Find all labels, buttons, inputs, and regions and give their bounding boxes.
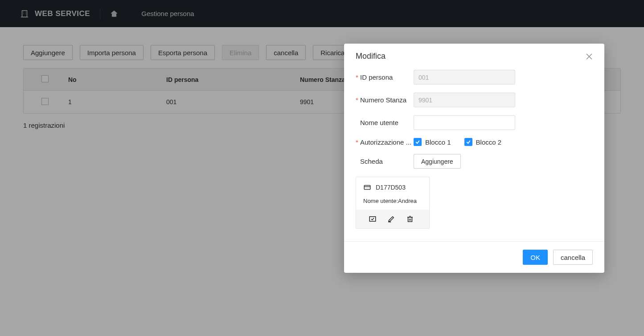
card-icon bbox=[363, 183, 371, 191]
block1-checkbox[interactable]: Blocco 1 bbox=[414, 138, 451, 146]
close-icon[interactable] bbox=[586, 53, 593, 60]
modal-cancel-button[interactable]: cancella bbox=[553, 250, 593, 265]
add-card-button[interactable]: Aggiungere bbox=[414, 154, 461, 169]
modal-title: Modifica bbox=[356, 52, 386, 61]
check-action-icon[interactable] bbox=[369, 215, 377, 223]
room-number-input bbox=[414, 93, 515, 107]
ok-button[interactable]: OK bbox=[523, 250, 548, 265]
card-user-line: Nome utente:Andrea bbox=[363, 198, 422, 204]
svg-rect-12 bbox=[364, 186, 370, 190]
block2-label: Blocco 2 bbox=[476, 138, 502, 146]
edit-icon[interactable] bbox=[387, 215, 395, 223]
card-item: D177D503 Nome utente:Andrea bbox=[356, 177, 430, 229]
id-persona-input bbox=[414, 70, 515, 85]
svg-rect-14 bbox=[369, 217, 376, 222]
username-label: Nome utente bbox=[356, 119, 414, 126]
block2-checkbox[interactable]: Blocco 2 bbox=[464, 138, 502, 146]
checkbox-checked-icon bbox=[414, 138, 422, 146]
edit-modal: Modifica ID persona Numero Stanza Nome u… bbox=[344, 44, 604, 273]
block1-label: Blocco 1 bbox=[425, 138, 451, 146]
card-code: D177D503 bbox=[376, 184, 406, 191]
authorization-label: Autorizzazione ... bbox=[356, 138, 414, 146]
username-input[interactable] bbox=[414, 115, 515, 130]
room-number-label: Numero Stanza bbox=[356, 96, 414, 104]
card-section-label: Scheda bbox=[356, 158, 414, 165]
id-persona-label: ID persona bbox=[356, 73, 414, 81]
svg-rect-16 bbox=[408, 217, 412, 222]
trash-icon[interactable] bbox=[406, 215, 414, 223]
checkbox-checked-icon bbox=[464, 138, 472, 146]
